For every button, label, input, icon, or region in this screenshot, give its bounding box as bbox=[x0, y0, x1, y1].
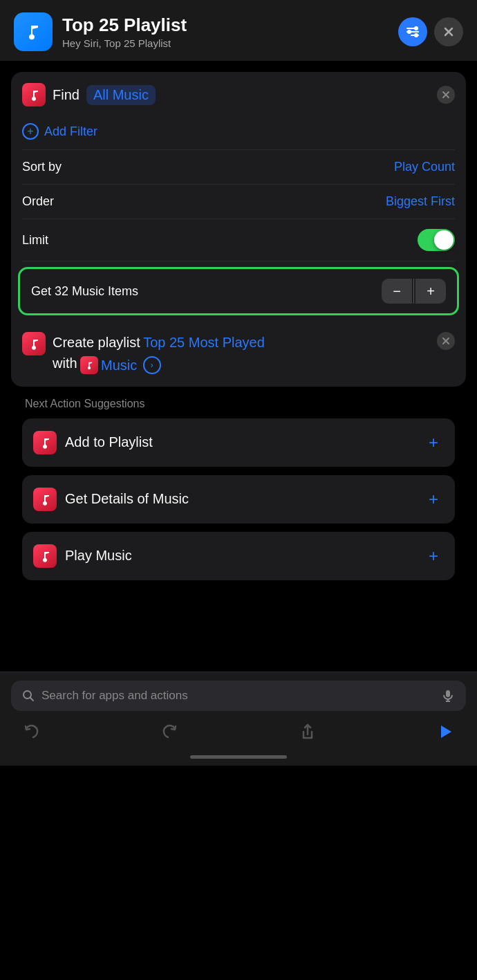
microphone-icon[interactable] bbox=[441, 689, 455, 703]
limit-toggle[interactable] bbox=[418, 229, 455, 251]
header-text: Top 25 Playlist Hey Siri, Top 25 Playlis… bbox=[62, 15, 398, 49]
search-icon bbox=[22, 690, 35, 702]
suggestion-play-music[interactable]: Play Music + bbox=[22, 532, 455, 580]
main-content: Find All Music + Add Filter Sort by Play… bbox=[0, 61, 477, 672]
create-row: Create playlist Top 25 Most Played with bbox=[22, 332, 455, 376]
arrow-circle-icon[interactable]: › bbox=[143, 356, 161, 374]
redo-button[interactable] bbox=[160, 722, 179, 741]
add-filter-label: Add Filter bbox=[44, 124, 97, 139]
search-placeholder[interactable]: Search for apps and actions bbox=[41, 689, 434, 703]
suggestion-icon-2 bbox=[33, 544, 57, 568]
find-music-icon bbox=[22, 83, 46, 107]
sort-value: Play Count bbox=[394, 160, 455, 174]
suggestion-left-0: Add to Playlist bbox=[33, 431, 153, 454]
suggestion-label-2: Play Music bbox=[65, 548, 132, 564]
add-filter-icon: + bbox=[22, 123, 39, 140]
order-value: Biggest First bbox=[386, 194, 455, 209]
stepper-plus-button[interactable]: + bbox=[415, 279, 446, 304]
settings-button[interactable] bbox=[398, 17, 427, 46]
svg-rect-0 bbox=[406, 28, 415, 29]
header-title: Top 25 Playlist bbox=[62, 15, 398, 36]
stepper-minus-button[interactable]: − bbox=[382, 279, 412, 304]
suggestion-left-2: Play Music bbox=[33, 544, 132, 568]
close-button[interactable] bbox=[434, 17, 463, 46]
music-inline: Music bbox=[80, 355, 137, 376]
create-close-button[interactable] bbox=[437, 332, 455, 350]
music-icon-inline bbox=[80, 356, 98, 374]
sort-row[interactable]: Sort by Play Count bbox=[22, 150, 455, 185]
order-row[interactable]: Order Biggest First bbox=[22, 185, 455, 219]
find-value[interactable]: All Music bbox=[86, 85, 156, 105]
order-label: Order bbox=[22, 194, 54, 209]
get-items-wrapper: Get 32 Music Items − + bbox=[11, 267, 466, 315]
svg-marker-18 bbox=[441, 725, 451, 738]
sort-label: Sort by bbox=[22, 160, 62, 174]
suggestion-icon-1 bbox=[33, 488, 57, 511]
create-left: Create playlist Top 25 Most Played with bbox=[22, 332, 437, 376]
music-label[interactable]: Music bbox=[101, 355, 137, 376]
header-subtitle: Hey Siri, Top 25 Playlist bbox=[62, 37, 398, 49]
search-bar-wrapper: Search for apps and actions bbox=[0, 672, 477, 716]
suggestion-add-button-1[interactable]: + bbox=[423, 489, 444, 510]
stepper: − + bbox=[382, 279, 446, 304]
suggestion-icon-0 bbox=[33, 431, 57, 454]
add-filter-row[interactable]: + Add Filter bbox=[22, 116, 455, 150]
suggestion-label-0: Add to Playlist bbox=[65, 434, 153, 450]
svg-point-3 bbox=[414, 26, 418, 30]
header: Top 25 Playlist Hey Siri, Top 25 Playlis… bbox=[0, 0, 477, 61]
search-bar[interactable]: Search for apps and actions bbox=[11, 681, 466, 711]
toggle-knob bbox=[434, 230, 453, 250]
suggestions-title: Next Action Suggestions bbox=[22, 398, 455, 410]
suggestion-get-details[interactable]: Get Details of Music + bbox=[22, 475, 455, 524]
create-playlist-name[interactable]: Top 25 Most Played bbox=[143, 335, 265, 350]
get-items-label: Get 32 Music Items bbox=[31, 284, 138, 299]
toolbar bbox=[0, 716, 477, 750]
suggestion-add-to-playlist[interactable]: Add to Playlist + bbox=[22, 418, 455, 467]
svg-rect-14 bbox=[446, 690, 450, 697]
find-row: Find All Music bbox=[22, 83, 455, 107]
with-text: with bbox=[53, 355, 77, 371]
home-indicator bbox=[0, 750, 477, 766]
share-button[interactable] bbox=[298, 722, 317, 741]
bottom-bar: Search for apps and actions bbox=[0, 672, 477, 766]
get-items-box: Get 32 Music Items − + bbox=[18, 267, 459, 315]
suggestion-left-1: Get Details of Music bbox=[33, 488, 189, 511]
app-icon bbox=[14, 12, 53, 51]
svg-line-13 bbox=[30, 697, 34, 701]
spacer bbox=[11, 589, 466, 672]
create-playlist-section: Create playlist Top 25 Most Played with bbox=[11, 321, 466, 387]
find-label: Find bbox=[53, 87, 80, 103]
find-left: Find All Music bbox=[22, 83, 156, 107]
stepper-divider bbox=[413, 279, 414, 304]
suggestion-add-button-2[interactable]: + bbox=[423, 546, 444, 566]
create-label: Create playlist bbox=[53, 335, 140, 350]
limit-row[interactable]: Limit bbox=[22, 219, 455, 261]
limit-label: Limit bbox=[22, 233, 48, 248]
suggestion-label-1: Get Details of Music bbox=[65, 491, 189, 507]
actions-card: Find All Music + Add Filter Sort by Play… bbox=[11, 72, 466, 387]
create-music-icon bbox=[22, 332, 46, 355]
header-actions bbox=[398, 17, 463, 46]
suggestion-add-button-0[interactable]: + bbox=[423, 432, 444, 453]
play-button[interactable] bbox=[436, 722, 455, 741]
svg-point-4 bbox=[407, 30, 411, 34]
find-section: Find All Music + Add Filter Sort by Play… bbox=[11, 72, 466, 261]
undo-button[interactable] bbox=[22, 722, 41, 741]
find-close-button[interactable] bbox=[437, 86, 455, 104]
create-content: Create playlist Top 25 Most Played with bbox=[53, 332, 437, 376]
svg-point-5 bbox=[414, 33, 418, 37]
suggestions-section: Next Action Suggestions Add to Playlist … bbox=[11, 398, 466, 580]
home-bar bbox=[190, 755, 287, 759]
